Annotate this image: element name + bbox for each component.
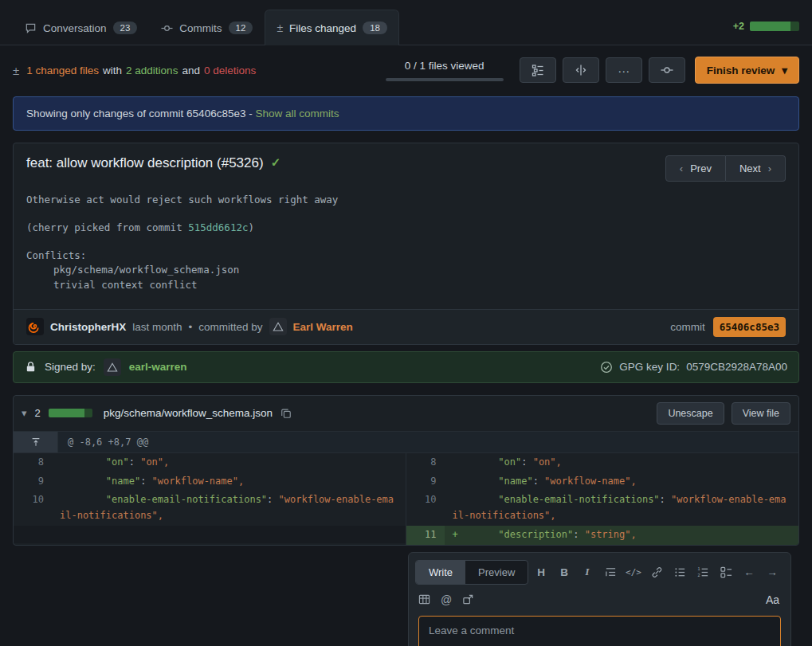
quote-button[interactable] [600,562,621,581]
commit-sha-block: commit 65406c85e3 [670,317,786,337]
diffstat-additions: +2 [733,21,744,32]
finish-review-label: Finish review [707,65,775,76]
unfold-icon [30,437,41,448]
commits-icon [161,22,173,34]
diff-filename[interactable]: pkg/schema/workflow_schema.json [104,407,273,419]
diff-options-button[interactable]: ··· [606,57,642,83]
tab-count-badge: 23 [113,22,138,34]
diffstat-bar [750,22,799,31]
author-avatar[interactable] [26,318,44,335]
show-all-commits-link[interactable]: Show all commits [255,108,339,119]
author-name[interactable]: ChristopherHX [50,321,126,333]
tab-preview[interactable]: Preview [465,561,528,584]
file-diff-icon: ± [13,64,19,77]
new-line-number[interactable]: 10 [406,491,445,526]
heading-button[interactable]: H [531,562,551,581]
commit-header: feat: allow workflow description (#5326)… [14,143,798,185]
conflicts-file: pkg/schema/workflow_schema.json [26,263,786,278]
committer-name[interactable]: Earl Warren [293,321,353,333]
committer-avatar[interactable] [269,318,287,335]
old-line-code[interactable]: "on": "on", [52,453,406,472]
new-line-number[interactable]: 9 [406,472,445,491]
tab-files-changed[interactable]: ± Files changed 18 [265,10,399,45]
mention-button[interactable]: @ [441,593,452,606]
diff-added-line: 11 + "description": "string", [406,526,799,545]
unordered-list-button[interactable] [669,562,690,581]
collapse-file-icon[interactable]: ▾ [22,407,27,419]
comment-input[interactable] [418,616,781,646]
changed-files-link[interactable]: 1 changed files [26,65,99,76]
unescape-button[interactable]: Unescape [657,402,724,425]
gpg-key-value: 0579CB2928A78A00 [686,361,787,373]
commit-message-line: Otherwise act would reject such workflow… [26,193,786,208]
diff-new-side: 8 "on": "on", 9 "name": "workflow-name",… [406,453,799,545]
reference-button[interactable] [462,593,474,605]
old-line-code[interactable]: "enable-email-notifications": "workflow-… [52,491,406,526]
view-file-button[interactable]: View file [732,402,790,425]
signer-name[interactable]: earl-warren [129,361,187,373]
cherry-pick-sha-link[interactable]: 515dd6612c [188,221,248,233]
diff-view-style-button[interactable] [563,57,599,83]
editor-toolbar-secondary: @ Aa [409,585,790,608]
chevron-right-icon: › [768,162,771,174]
tab-conversation[interactable]: Conversation 23 [13,10,149,45]
commit-sha-badge[interactable]: 65406c85e3 [713,317,786,337]
prev-commit-button[interactable]: ‹ Prev [665,155,726,182]
finish-review-button[interactable]: Finish review ▾ [695,57,799,84]
ordered-list-button[interactable]: 12 [692,562,713,581]
new-line-code[interactable]: "on": "on", [445,453,799,472]
expand-hunk-button[interactable] [14,432,58,452]
redo-button[interactable]: → [762,562,783,581]
diff-summary: ± 1 changed files with 2 additions and 0… [13,64,256,77]
tab-label: Commits [179,22,222,34]
italic-button[interactable]: I [577,562,598,581]
new-line-code[interactable]: "name": "workflow-name", [445,472,799,491]
bold-button[interactable]: B [554,562,575,581]
diff-old-side: 8 "on": "on", 9 "name": "workflow-name",… [14,453,406,545]
copy-filename-icon[interactable] [280,408,292,419]
task-list-button[interactable] [716,562,736,581]
summary-additions: 2 additions [126,65,178,76]
banner-text: Showing only changes of commit 65406c85e… [26,108,253,119]
diff-line: 8 "on": "on", [14,453,406,472]
signer-avatar[interactable] [104,358,121,376]
commit-time: last month [132,321,182,333]
pr-diffstat: +2 [733,21,799,32]
new-line-number[interactable]: 11 [406,526,445,545]
summary-with: with [103,65,122,76]
triangle-avatar-icon [106,361,119,374]
commit-filter-banner: Showing only changes of commit 65406c85e… [13,96,799,131]
undo-button[interactable]: ← [739,562,759,581]
conversation-icon [25,22,37,34]
old-line-number[interactable]: 8 [14,453,52,472]
commit-label: commit [670,321,705,333]
file-diffstat-bar [49,409,92,417]
commit-author-row: ChristopherHX last month • committed by … [14,309,798,344]
tab-write[interactable]: Write [416,561,465,584]
old-line-number[interactable]: 10 [14,491,52,526]
commit-icon [661,64,673,76]
next-commit-button[interactable]: Next › [726,155,786,182]
prev-label: Prev [690,162,712,174]
code-button[interactable]: </> [623,562,644,581]
tab-commits[interactable]: Commits 12 [149,10,265,45]
new-line-code[interactable]: "enable-email-notifications": "workflow-… [445,491,799,526]
old-line-number[interactable]: 9 [14,472,52,491]
table-button[interactable] [418,593,430,605]
file-change-count: 2 [35,407,41,419]
hunk-header-text: @ -8,6 +8,7 @@ [58,432,158,452]
link-button[interactable] [646,562,667,581]
cross-reference-icon [462,593,474,605]
commit-status-check-icon[interactable]: ✓ [271,155,281,170]
inline-comment-area: Write Preview H B I </> 12 [0,546,812,646]
unordered-list-icon [674,566,686,578]
task-list-icon [720,566,732,578]
text-size-button[interactable]: Aa [766,593,779,606]
ellipsis-icon: ··· [618,64,630,77]
file-tree-toggle-button[interactable] [520,57,556,83]
new-line-code[interactable]: + "description": "string", [445,526,799,545]
new-line-number[interactable]: 8 [406,453,445,472]
old-line-code[interactable]: "name": "workflow-name", [52,472,406,491]
diff-line: 8 "on": "on", [406,453,799,472]
commit-select-button[interactable] [649,57,685,83]
